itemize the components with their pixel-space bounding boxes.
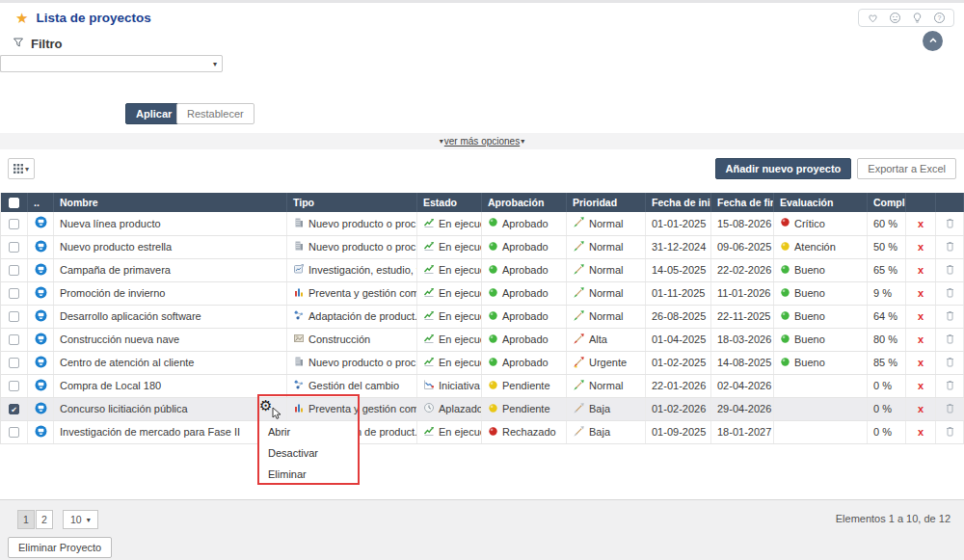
x-delete-icon[interactable]: x <box>918 426 924 438</box>
cell-nombre[interactable]: Campaña de primavera <box>54 258 287 281</box>
cell-select[interactable] <box>1 212 28 235</box>
row-checkbox[interactable] <box>9 334 19 345</box>
cell-delete[interactable]: x <box>906 258 936 281</box>
cell-select[interactable] <box>1 281 28 305</box>
cell-trash[interactable] <box>936 305 964 328</box>
page-size-select[interactable]: 10▾ <box>63 510 98 529</box>
cell-record[interactable] <box>28 374 54 397</box>
cell-nombre[interactable]: Investigación de mercado para Fase II <box>54 420 287 443</box>
cell-nombre[interactable]: Construcción nueva nave <box>54 328 287 351</box>
x-delete-icon[interactable]: x <box>918 241 924 253</box>
column-header[interactable]: Prioridad <box>567 193 646 212</box>
apply-button[interactable]: Aplicar <box>125 103 182 124</box>
x-delete-icon[interactable]: x <box>918 403 924 414</box>
row-checkbox[interactable] <box>9 358 19 368</box>
cell-record[interactable] <box>28 258 54 281</box>
cell-select[interactable] <box>1 235 28 258</box>
cell-delete[interactable]: x <box>906 212 936 235</box>
filter-select-5[interactable]: ▾ <box>0 55 223 72</box>
column-header[interactable]: Fecha de fin... <box>711 193 774 212</box>
context-menu-item[interactable]: Desactivar <box>258 442 359 464</box>
cell-select[interactable] <box>1 305 28 328</box>
cell-select[interactable] <box>1 351 28 374</box>
record-icon[interactable] <box>35 382 47 393</box>
export-excel-button[interactable]: Exportar a Excel <box>857 158 956 179</box>
record-icon[interactable] <box>35 359 47 370</box>
column-header[interactable]: Estado <box>417 193 482 212</box>
question-icon[interactable]: ? <box>933 12 946 24</box>
cell-delete[interactable]: x <box>906 328 936 351</box>
row-checkbox[interactable]: ✔ <box>9 404 19 414</box>
collapse-filter-button[interactable] <box>923 31 943 51</box>
cell-delete[interactable]: x <box>906 351 936 374</box>
row-checkbox[interactable] <box>9 311 19 322</box>
x-delete-icon[interactable]: x <box>918 380 924 391</box>
row-checkbox[interactable] <box>9 381 19 391</box>
cell-nombre[interactable]: Nuevo producto estrella <box>54 235 287 258</box>
record-icon[interactable] <box>35 428 47 440</box>
add-project-button[interactable]: Añadir nuevo proyecto <box>715 158 852 179</box>
cell-delete[interactable]: x <box>906 374 936 397</box>
x-delete-icon[interactable]: x <box>918 218 924 229</box>
cell-trash[interactable] <box>936 374 964 397</box>
column-header[interactable]: Aprobación <box>482 193 567 212</box>
column-header[interactable]: .. <box>28 193 54 212</box>
context-menu-item[interactable]: Abrir <box>258 421 359 442</box>
column-settings-button[interactable]: ▾ <box>8 158 35 179</box>
select-all-checkbox[interactable] <box>9 198 19 208</box>
bulb-icon[interactable] <box>911 12 924 24</box>
column-header[interactable]: Evaluación <box>774 193 868 212</box>
column-header[interactable]: Complet... <box>868 193 906 212</box>
x-delete-icon[interactable]: x <box>918 333 924 345</box>
record-icon[interactable] <box>35 335 47 347</box>
cell-record[interactable] <box>28 235 54 258</box>
cell-trash[interactable] <box>936 235 964 258</box>
cell-trash[interactable] <box>936 281 964 305</box>
page-button[interactable]: 1 <box>17 510 35 529</box>
row-checkbox[interactable] <box>9 288 19 299</box>
record-icon[interactable] <box>35 312 47 324</box>
cell-record[interactable] <box>28 351 54 374</box>
face-icon[interactable] <box>889 12 901 24</box>
row-checkbox[interactable] <box>9 219 19 229</box>
record-icon[interactable] <box>35 266 47 278</box>
row-checkbox[interactable] <box>9 265 19 276</box>
cell-delete[interactable]: x <box>906 235 936 258</box>
cell-delete[interactable]: x <box>906 420 936 443</box>
record-icon[interactable] <box>35 219 47 230</box>
trash-icon[interactable] <box>945 404 955 415</box>
cell-trash[interactable] <box>936 212 964 235</box>
cell-trash[interactable] <box>936 258 964 281</box>
cell-nombre[interactable]: Centro de atención al cliente <box>54 351 287 374</box>
cell-nombre[interactable]: Concurso licitiación pública <box>54 397 287 420</box>
header-select-all[interactable] <box>1 193 28 212</box>
column-header[interactable]: Nombre <box>54 193 287 212</box>
cell-record[interactable] <box>28 212 54 235</box>
cell-trash[interactable] <box>936 397 964 420</box>
trash-icon[interactable] <box>945 311 955 323</box>
x-delete-icon[interactable]: x <box>918 310 924 322</box>
cell-nombre[interactable]: Promoción de invierno <box>54 281 287 305</box>
cell-delete[interactable]: x <box>906 305 936 328</box>
cell-trash[interactable] <box>936 351 964 374</box>
cell-record[interactable] <box>28 420 54 443</box>
trash-icon[interactable] <box>945 242 955 253</box>
x-delete-icon[interactable]: x <box>918 357 924 368</box>
cell-record[interactable] <box>28 328 54 351</box>
cell-trash[interactable] <box>936 328 964 351</box>
x-delete-icon[interactable]: x <box>918 287 924 299</box>
cell-delete[interactable]: x <box>906 281 936 305</box>
trash-icon[interactable] <box>945 288 955 300</box>
trash-icon[interactable] <box>945 358 955 369</box>
x-delete-icon[interactable]: x <box>918 264 924 276</box>
cell-nombre[interactable]: Desarrollo aplicación software <box>54 305 287 328</box>
cell-record[interactable] <box>28 281 54 305</box>
reset-button[interactable]: Restablecer <box>176 103 254 124</box>
cell-nombre[interactable]: Compra de Local 180 <box>54 374 287 397</box>
trash-icon[interactable] <box>945 427 955 439</box>
cell-record[interactable] <box>28 397 54 420</box>
heart-icon[interactable] <box>867 12 879 24</box>
record-icon[interactable] <box>35 289 47 301</box>
delete-project-button[interactable]: Eliminar Proyecto <box>8 537 112 558</box>
cell-select[interactable] <box>1 258 28 281</box>
